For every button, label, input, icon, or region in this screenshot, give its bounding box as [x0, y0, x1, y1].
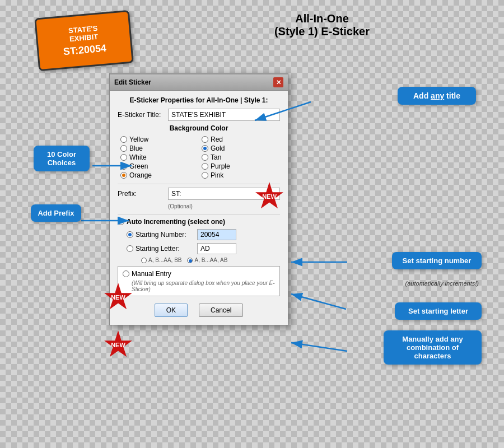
callout-start-num-text: Set starting number	[403, 256, 472, 265]
label-pink: Pink	[211, 171, 223, 179]
letter-opt1-label: A, B...AA, BB	[148, 257, 181, 263]
radio-letter-opt1[interactable]	[141, 258, 147, 263]
close-button[interactable]: ✕	[273, 77, 283, 87]
manual-entry-desc: (Will bring up separate dialog box when …	[123, 280, 275, 292]
sticker-line2: EXHIBIT	[69, 32, 98, 43]
radio-green[interactable]	[120, 163, 127, 170]
callout-color-choices: 10 Color Choices	[34, 146, 90, 171]
color-blue[interactable]: Blue	[120, 144, 196, 152]
letter-opt2[interactable]: A, B...AA, AB	[187, 257, 227, 263]
label-gold: Gold	[211, 144, 225, 152]
esticker-label: E-Sticker Title:	[118, 111, 168, 119]
color-orange[interactable]: Orange	[120, 171, 196, 179]
label-white: White	[129, 153, 147, 161]
color-gold[interactable]: Gold	[202, 144, 277, 152]
start-letter-input[interactable]	[197, 243, 236, 254]
label-orange: Orange	[129, 171, 152, 179]
svg-line-6	[291, 294, 346, 309]
esticker-input[interactable]	[168, 109, 280, 121]
esticker-title-row: E-Sticker Title:	[118, 109, 280, 121]
label-purple: Purple	[211, 162, 230, 170]
svg-line-7	[291, 343, 347, 351]
radio-manual[interactable]	[123, 270, 129, 277]
callout-color-text: 10 Color Choices	[47, 150, 76, 167]
color-red[interactable]: Red	[202, 136, 277, 143]
auto-inc-section: Auto Incrementing (select one) Starting …	[118, 218, 280, 263]
label-blue: Blue	[129, 144, 143, 152]
color-white[interactable]: White	[120, 153, 196, 161]
background-color-section: Background Color Yellow Red Blue	[118, 124, 280, 179]
cancel-button[interactable]: Cancel	[199, 304, 243, 317]
new-badge-letter: NEW	[104, 283, 133, 312]
letter-opt1[interactable]: A, B...AA, BB	[141, 257, 181, 263]
title-line1: All-In-One	[168, 12, 476, 25]
letter-opt2-label: A, B...AA, AB	[194, 257, 227, 263]
radio-red[interactable]	[202, 136, 208, 143]
color-purple[interactable]: Purple	[202, 162, 277, 170]
page-container: All-In-One (Style 1) E-Sticker STATE'S E…	[0, 0, 504, 448]
radio-yellow[interactable]	[120, 136, 127, 143]
callout-any: any	[431, 91, 444, 100]
radio-white[interactable]	[120, 154, 127, 161]
radio-start-letter[interactable]	[127, 245, 133, 252]
start-letter-label: Starting Letter:	[136, 245, 197, 253]
color-tan[interactable]: Tan	[202, 153, 277, 161]
starting-number-row: Starting Number:	[127, 229, 280, 240]
auto-inc-label[interactable]: Auto Incrementing (select one)	[118, 218, 280, 226]
callout-manual-text: Manually add any combination of characte…	[402, 335, 463, 360]
separator2	[118, 214, 280, 214]
radio-pink[interactable]	[202, 172, 208, 179]
label-red: Red	[211, 136, 223, 143]
callout-add-title: Add any title	[398, 87, 476, 105]
bg-color-label: Background Color	[118, 124, 280, 132]
start-num-label: Starting Number:	[136, 231, 197, 239]
radio-orange[interactable]	[120, 172, 127, 179]
main-title: All-In-One (Style 1) E-Sticker	[168, 12, 476, 38]
color-yellow[interactable]: Yellow	[120, 136, 196, 143]
label-tan: Tan	[211, 153, 221, 161]
new-badge-colors: NEW	[255, 182, 284, 211]
auto-increments-note: (automatically increments!)	[405, 280, 479, 287]
manual-label-row[interactable]: Manual Entry	[123, 270, 275, 278]
sticker-number: ST:20054	[63, 43, 107, 58]
radio-tan[interactable]	[202, 154, 208, 161]
starting-letter-row: Starting Letter:	[127, 243, 280, 254]
callout-start-number: Set starting number	[392, 252, 482, 269]
radio-purple[interactable]	[202, 163, 208, 170]
dialog-subtitle: E-Sticker Properties for All-In-One | St…	[118, 96, 280, 104]
color-pink[interactable]: Pink	[202, 171, 277, 179]
dialog-title: Edit Sticker	[114, 78, 151, 86]
dialog-titlebar: Edit Sticker ✕	[110, 74, 288, 91]
radio-auto-inc[interactable]	[118, 218, 124, 225]
new-badge-manual-inner: NEW	[104, 330, 133, 360]
dialog-buttons: OK Cancel	[118, 301, 280, 317]
sub-section: Starting Number: Starting Letter: A, B..…	[118, 229, 280, 263]
label-yellow: Yellow	[129, 136, 148, 143]
new-badge-letter-inner: NEW	[104, 283, 133, 312]
new-badge-colors-inner: NEW	[255, 182, 284, 211]
sticker-preview: STATE'S EXHIBIT ST:20054	[34, 10, 134, 71]
new-badge-manual: NEW	[104, 330, 133, 360]
label-green: Green	[129, 162, 148, 170]
letter-options: A, B...AA, BB A, B...AA, AB	[127, 257, 280, 263]
callout-prefix-text: Add Prefix	[38, 209, 74, 217]
callout-add-prefix: Add Prefix	[31, 204, 81, 222]
manual-entry-label: Manual Entry	[132, 270, 171, 278]
color-grid: Yellow Red Blue Gold	[118, 136, 280, 179]
callout-start-letter: Set starting letter	[395, 302, 482, 320]
manual-entry-section: Manual Entry (Will bring up separate dia…	[118, 266, 280, 296]
title-line2: (Style 1) E-Sticker	[168, 25, 476, 38]
start-num-input[interactable]	[197, 229, 236, 240]
radio-letter-opt2[interactable]	[187, 258, 193, 263]
radio-gold[interactable]	[202, 145, 208, 152]
radio-start-num[interactable]	[127, 231, 133, 238]
radio-blue[interactable]	[120, 145, 127, 152]
prefix-label: Prefix:	[118, 190, 168, 198]
color-green[interactable]: Green	[120, 162, 196, 170]
ok-button[interactable]: OK	[155, 304, 188, 317]
callout-manually-add: Manually add any combination of characte…	[384, 330, 482, 365]
callout-start-letter-text: Set starting letter	[408, 307, 468, 315]
